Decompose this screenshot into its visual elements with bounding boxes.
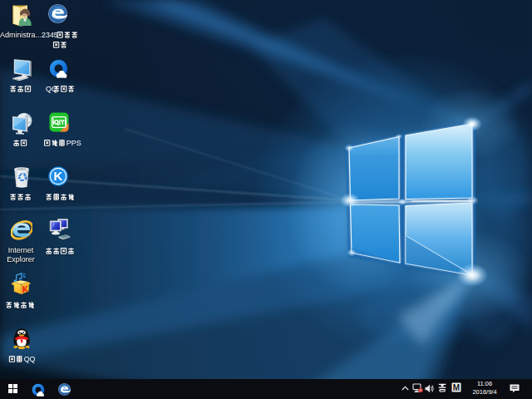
svg-text:QQ: QQ xyxy=(24,355,36,363)
svg-text:2345: 2345 xyxy=(42,31,58,39)
svg-text:K: K xyxy=(54,169,63,183)
svg-text:PPS: PPS xyxy=(66,139,81,147)
svg-text:M: M xyxy=(453,383,460,392)
